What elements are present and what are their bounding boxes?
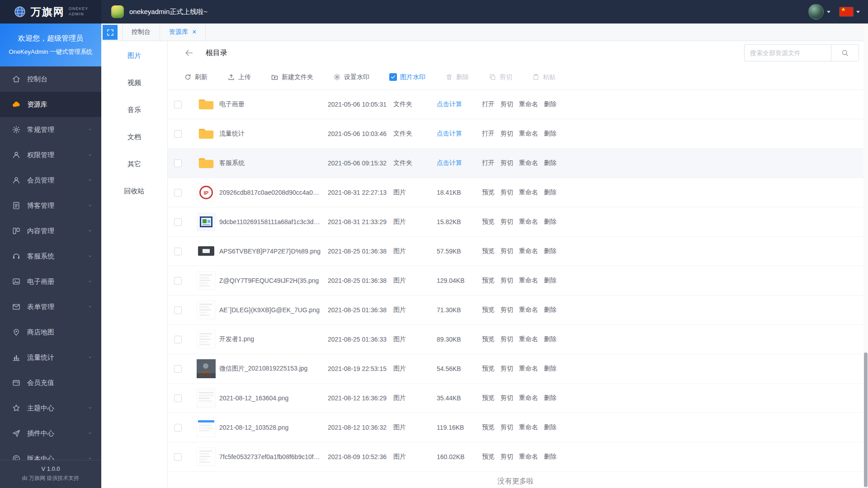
row-checkbox[interactable] xyxy=(174,248,182,255)
file-name[interactable]: AE`]DLEG}(K9XB]G@EK_7UG.png xyxy=(219,306,328,314)
action-link[interactable]: 删除 xyxy=(544,423,557,432)
sidebar-item-chart[interactable]: 流量统计 xyxy=(0,345,101,370)
sidebar-item-plane[interactable]: 插件中心 xyxy=(0,421,101,446)
action-link[interactable]: 剪切 xyxy=(500,218,513,226)
scrollbar-thumb[interactable] xyxy=(864,352,868,487)
sidebar-item-location[interactable]: 商店地图 xyxy=(0,319,101,345)
action-link[interactable]: 剪切 xyxy=(500,335,513,343)
action-link[interactable]: 预览 xyxy=(482,453,495,461)
action-link[interactable]: 删除 xyxy=(544,218,557,226)
toolbar-checkbox-button[interactable]: 图片水印 xyxy=(389,73,425,81)
action-link[interactable]: 预览 xyxy=(482,423,495,432)
sidebar-item-doc[interactable]: 博客管理 xyxy=(0,193,101,218)
file-name[interactable]: 客服系统 xyxy=(219,159,328,167)
file-name[interactable]: 9dcbe110269158111a68af1c3c3d9e2 xyxy=(219,218,328,225)
table-row[interactable]: Z@QIY7T9FEQUC49IJF2H(35.png2021-08-25 01… xyxy=(168,266,863,296)
action-link[interactable]: 重命名 xyxy=(519,453,538,461)
tab-inactive[interactable]: 控制台 xyxy=(122,23,160,41)
size-calc-link[interactable]: 点击计算 xyxy=(437,100,482,108)
action-link[interactable]: 删除 xyxy=(544,394,557,402)
sidebar-item-mail[interactable]: 表单管理 xyxy=(0,294,101,319)
sidebar-item-user[interactable]: 会员管理 xyxy=(0,168,101,193)
action-link[interactable]: 重命名 xyxy=(519,130,538,138)
search-input[interactable] xyxy=(744,44,831,61)
file-name[interactable]: APS6TVBEYB]P74P2E7}D%89.png xyxy=(219,248,328,255)
avatar[interactable] xyxy=(808,4,824,19)
row-checkbox[interactable] xyxy=(174,453,182,461)
action-link[interactable]: 删除 xyxy=(544,335,557,343)
back-button[interactable] xyxy=(184,48,194,58)
row-checkbox[interactable] xyxy=(174,101,182,108)
action-link[interactable]: 剪切 xyxy=(500,306,513,314)
action-link[interactable]: 预览 xyxy=(482,394,495,402)
toolbar-refresh-button[interactable]: 刷新 xyxy=(184,73,208,81)
row-checkbox[interactable] xyxy=(174,130,182,138)
language-menu[interactable] xyxy=(840,7,860,16)
action-link[interactable]: 剪切 xyxy=(500,247,513,255)
row-checkbox[interactable] xyxy=(174,424,182,432)
subnav-item[interactable]: 其它 xyxy=(101,150,167,178)
file-name[interactable]: 开发者1.png xyxy=(219,335,328,343)
action-link[interactable]: 重命名 xyxy=(519,423,538,432)
action-link[interactable]: 剪切 xyxy=(500,159,513,167)
close-icon[interactable]: × xyxy=(192,28,196,36)
action-link[interactable]: 重命名 xyxy=(519,159,538,167)
file-name[interactable]: 7fc5fe0532737ef0a1fb08f6b9c10fa5... xyxy=(219,453,328,460)
action-link[interactable]: 重命名 xyxy=(519,100,538,108)
action-link[interactable]: 重命名 xyxy=(519,306,538,314)
toolbar-gear-button[interactable]: 设置水印 xyxy=(333,73,369,81)
table-row[interactable]: IP20926cdb817c0ae0208d90cc4a0a6d6...2021… xyxy=(168,178,863,207)
row-checkbox[interactable] xyxy=(174,306,182,314)
action-link[interactable]: 打开 xyxy=(482,130,495,138)
sidebar-item-star[interactable]: 主题中心 xyxy=(0,395,101,421)
table-row[interactable]: 2021-08-12_163604.png2021-08-12 16:36:29… xyxy=(168,384,863,413)
action-link[interactable]: 剪切 xyxy=(500,423,513,432)
file-name[interactable]: 微信图片_20210819225153.jpg xyxy=(219,365,328,373)
tab-active[interactable]: 资源库× xyxy=(160,23,206,41)
action-link[interactable]: 重命名 xyxy=(519,218,538,226)
row-checkbox[interactable] xyxy=(174,218,182,226)
action-link[interactable]: 剪切 xyxy=(500,130,513,138)
action-link[interactable]: 删除 xyxy=(544,365,557,373)
action-link[interactable]: 删除 xyxy=(544,100,557,108)
action-link[interactable]: 重命名 xyxy=(519,394,538,402)
action-link[interactable]: 删除 xyxy=(544,453,557,461)
table-row[interactable]: 7fc5fe0532737ef0a1fb08f6b9c10fa5...2021-… xyxy=(168,442,863,472)
action-link[interactable]: 删除 xyxy=(544,277,557,285)
sidebar-item-cloud[interactable]: 资源库 xyxy=(0,92,101,117)
row-checkbox[interactable] xyxy=(174,189,182,197)
action-link[interactable]: 预览 xyxy=(482,277,495,285)
sidebar-item-user[interactable]: 权限管理 xyxy=(0,142,101,168)
action-link[interactable]: 重命名 xyxy=(519,188,538,197)
action-link[interactable]: 剪切 xyxy=(500,394,513,402)
action-link[interactable]: 预览 xyxy=(482,306,495,314)
action-link[interactable]: 重命名 xyxy=(519,335,538,343)
sidebar-item-image[interactable]: 电子画册 xyxy=(0,269,101,294)
action-link[interactable]: 预览 xyxy=(482,247,495,255)
action-link[interactable]: 删除 xyxy=(544,159,557,167)
action-link[interactable]: 打开 xyxy=(482,100,495,108)
table-row[interactable]: 2021-08-12_103528.png2021-08-12 10:36:32… xyxy=(168,413,863,442)
row-checkbox[interactable] xyxy=(174,365,182,373)
file-name[interactable]: 电子画册 xyxy=(219,100,328,108)
size-calc-link[interactable]: 点击计算 xyxy=(437,159,482,167)
action-link[interactable]: 删除 xyxy=(544,306,557,314)
subnav-item[interactable]: 图片 xyxy=(101,42,167,69)
app-logo[interactable]: 万旗网 ONEKEY ADMIN xyxy=(0,0,101,23)
file-name[interactable]: 2021-08-12_103528.png xyxy=(219,424,328,431)
file-name[interactable]: 2021-08-12_163604.png xyxy=(219,394,328,402)
table-row[interactable]: AE`]DLEG}(K9XB]G@EK_7UG.png2021-08-25 01… xyxy=(168,296,863,325)
action-link[interactable]: 剪切 xyxy=(500,277,513,285)
file-name[interactable]: 流量统计 xyxy=(219,130,328,138)
subnav-item[interactable]: 视频 xyxy=(101,69,167,96)
action-link[interactable]: 剪切 xyxy=(500,188,513,197)
action-link[interactable]: 删除 xyxy=(544,247,557,255)
subnav-item[interactable]: 文档 xyxy=(101,123,167,150)
sidebar-item-recharge[interactable]: 会员充值 xyxy=(0,370,101,395)
fullscreen-toggle-button[interactable] xyxy=(103,25,118,40)
action-link[interactable]: 删除 xyxy=(544,188,557,197)
watermark-checkbox[interactable] xyxy=(389,73,397,81)
subnav-item[interactable]: 音乐 xyxy=(101,96,167,123)
table-row[interactable]: APS6TVBEYB]P74P2E7}D%89.png2021-08-25 01… xyxy=(168,237,863,266)
action-link[interactable]: 重命名 xyxy=(519,277,538,285)
